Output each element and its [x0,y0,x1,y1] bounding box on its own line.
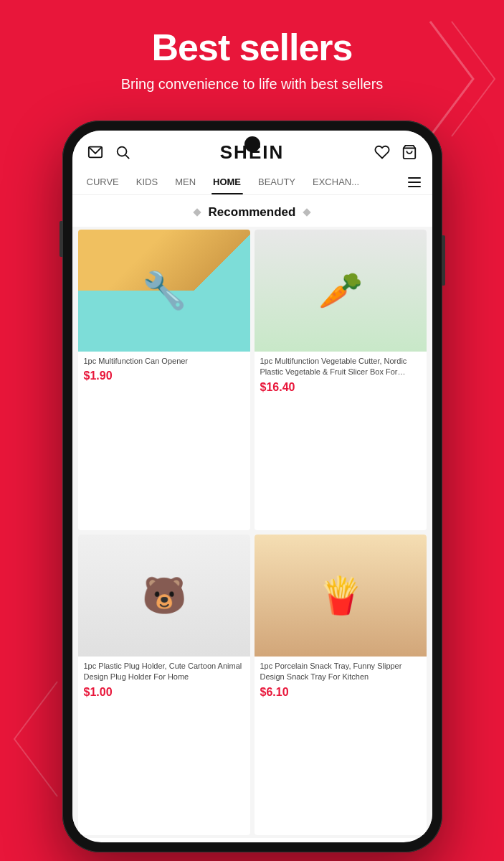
product-price-2: $16.40 [260,381,421,394]
tab-kids[interactable]: KIDS [128,169,166,194]
mail-icon-button[interactable] [87,144,104,161]
product-info-2: 1pc Multifunction Vegetable Cutter, Nord… [255,352,427,400]
product-image-4 [255,535,427,657]
tab-exchange[interactable]: EXCHAN... [304,169,368,194]
wishlist-icon-button[interactable] [374,144,391,161]
product-price-1: $1.90 [84,370,244,382]
product-image-3 [78,535,250,657]
phone-wrapper: SHEIN [62,121,442,852]
tab-curve[interactable]: CURVE [78,169,128,194]
header-right [374,144,418,161]
product-price-3: $1.00 [84,686,244,699]
tab-home[interactable]: HOME [204,169,249,194]
recommended-section-header: Recommended [72,195,432,227]
product-card-4[interactable]: 1pc Porcelain Snack Tray, Funny Slipper … [255,535,427,835]
product-name-3: 1pc Plastic Plug Holder, Cute Cartoon An… [84,661,244,683]
phone-screen: SHEIN [72,131,432,842]
product-name-2: 1pc Multifunction Vegetable Cutter, Nord… [260,356,421,378]
product-card-1[interactable]: 1pc Multifunction Can Opener $1.90 [78,230,250,530]
tab-men[interactable]: MEN [166,169,204,194]
product-image-1 [78,230,250,352]
product-name-4: 1pc Porcelain Snack Tray, Funny Slipper … [260,661,421,683]
phone-frame: SHEIN [62,121,442,852]
tab-beauty[interactable]: BEAUTY [249,169,304,194]
hero-title: Best sellers [29,27,475,68]
product-info-3: 1pc Plastic Plug Holder, Cute Cartoon An… [78,657,250,705]
product-info-1: 1pc Multifunction Can Opener $1.90 [78,352,250,388]
diamond-right-icon [303,208,311,216]
product-card-3[interactable]: 1pc Plastic Plug Holder, Cute Cartoon An… [78,535,250,835]
product-price-4: $6.10 [260,686,421,699]
nav-tabs: CURVE KIDS MEN HOME BEAUTY EXCHAN... [72,169,432,195]
nav-menu-button[interactable] [402,171,427,193]
cart-icon-button[interactable] [401,144,418,161]
product-info-4: 1pc Porcelain Snack Tray, Funny Slipper … [255,657,427,705]
product-name-1: 1pc Multifunction Can Opener [84,356,244,367]
products-grid: 1pc Multifunction Can Opener $1.90 1pc M… [72,227,432,838]
diamond-left-icon [193,208,201,216]
product-card-2[interactable]: 1pc Multifunction Vegetable Cutter, Nord… [255,230,427,530]
recommended-label: Recommended [209,205,296,220]
header-left [87,144,131,161]
svg-line-2 [125,155,129,159]
svg-point-1 [117,147,126,156]
hero-subtitle: Bring convenience to life with best sell… [29,74,475,94]
hero-section: Best sellers Bring convenience to life w… [0,0,504,108]
product-image-2 [255,230,427,352]
search-icon-button[interactable] [114,144,131,161]
phone-notch [244,136,260,152]
